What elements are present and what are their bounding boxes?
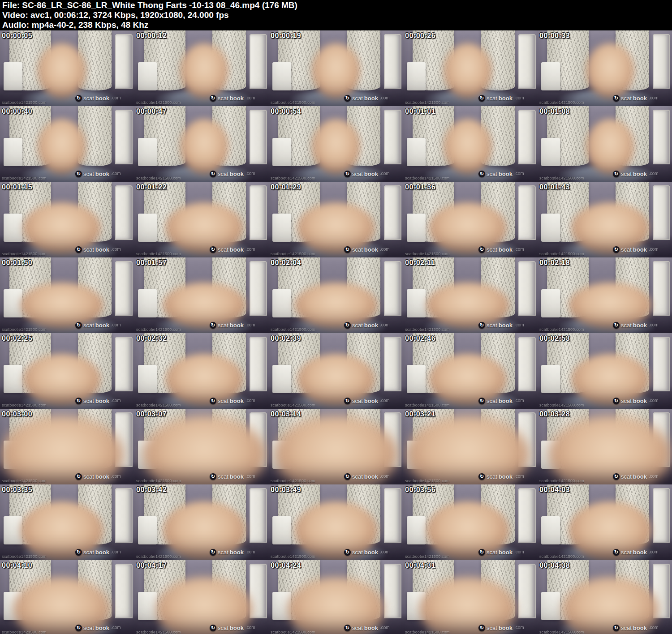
scatbook-logo-icon: ↻ bbox=[210, 95, 216, 102]
watermark-brand-prefix: scat bbox=[83, 549, 94, 555]
watermark-brand-prefix: scat bbox=[487, 549, 497, 555]
video-thumbnail: 00:04:17 scatbootie1421500.com ↻ scatboo… bbox=[134, 560, 269, 634]
video-thumbnail: 00:01:57 scatbootie1421500.com ↻ scatboo… bbox=[134, 257, 269, 333]
timestamp-overlay: 00:03:42 bbox=[136, 486, 167, 494]
video-thumbnail: 00:03:00 scatbootie1421500.com ↻ scatboo… bbox=[0, 409, 134, 484]
door-shape bbox=[250, 261, 267, 316]
video-thumbnail: 00:01:01 scatbootie1421500.com ↻ scatboo… bbox=[403, 106, 538, 182]
watermark-brand-suffix: .com bbox=[380, 398, 390, 403]
timestamp-overlay: 00:04:17 bbox=[136, 561, 167, 570]
scatbook-logo-icon: ↻ bbox=[75, 549, 82, 556]
scatbook-logo-icon: ↻ bbox=[478, 171, 485, 177]
corner-watermark: scatbootie1421500.com bbox=[539, 327, 584, 332]
watermark-brand-suffix: .com bbox=[111, 96, 121, 100]
scatbook-logo-icon: ↻ bbox=[613, 625, 620, 631]
timestamp-overlay: 00:00:26 bbox=[405, 32, 435, 40]
watermark-brand-suffix: .com bbox=[514, 550, 524, 554]
video-thumbnail: 00:00:54 scatbootie1421500.com ↻ scatboo… bbox=[269, 106, 403, 182]
video-thumbnail: 00:02:11 scatbootie1421500.com ↻ scatboo… bbox=[403, 257, 538, 333]
video-thumbnail: 00:04:31 scatbootie1421500.com ↻ scatboo… bbox=[403, 560, 538, 634]
video-thumbnail: 00:04:03 scatbootie1421500.com ↻ scatboo… bbox=[538, 484, 672, 560]
scatbook-watermark: ↻ scatbook.com bbox=[478, 322, 524, 329]
door-shape bbox=[653, 261, 670, 316]
scatbook-watermark: ↻ scatbook.com bbox=[210, 246, 255, 253]
corner-watermark: scatbootie1421500.com bbox=[539, 100, 584, 105]
watermark-brand-suffix: .com bbox=[649, 96, 659, 100]
appliance-shape bbox=[272, 214, 291, 242]
timestamp-overlay: 00:00:19 bbox=[271, 32, 301, 40]
video-thumbnail: 00:03:14 scatbootie1421500.com ↻ scatboo… bbox=[269, 409, 403, 484]
watermark-brand-prefix: scat bbox=[352, 95, 363, 101]
appliance-shape bbox=[407, 516, 426, 544]
watermark-brand-bold: book bbox=[499, 322, 513, 328]
scatbook-watermark: ↻ scatbook.com bbox=[75, 549, 121, 556]
watermark-brand-suffix: .com bbox=[380, 474, 390, 479]
video-thumbnail: 00:00:47 scatbootie1421500.com ↻ scatboo… bbox=[134, 106, 269, 182]
scatbook-watermark: ↻ scatbook.com bbox=[613, 171, 659, 177]
door-shape bbox=[115, 337, 133, 391]
scatbook-logo-icon: ↻ bbox=[210, 171, 216, 177]
corner-watermark: scatbootie1421500.com bbox=[2, 176, 47, 180]
watermark-brand-bold: book bbox=[499, 474, 513, 480]
appliance-shape bbox=[4, 365, 22, 393]
door-shape bbox=[384, 261, 401, 316]
watermark-brand-bold: book bbox=[633, 549, 647, 555]
watermark-brand-bold: book bbox=[230, 171, 244, 177]
video-thumbnail: 00:03:07 scatbootie1421500.com ↻ scatboo… bbox=[134, 409, 269, 484]
video-contact-sheet: { "header": { "file_line": "File: SC-86_… bbox=[0, 0, 672, 634]
timestamp-overlay: 00:04:03 bbox=[539, 486, 570, 494]
scatbook-watermark: ↻ scatbook.com bbox=[613, 625, 659, 631]
timestamp-overlay: 00:03:00 bbox=[2, 410, 32, 418]
corner-watermark: scatbootie1421500.com bbox=[271, 252, 315, 256]
door-shape bbox=[653, 110, 670, 164]
video-thumbnail: 00:00:19 scatbootie1421500.com ↻ scatboo… bbox=[269, 30, 403, 106]
scatbook-watermark: ↻ scatbook.com bbox=[75, 322, 121, 329]
file-info-header: File: SC-86_LR_SC-86_LR_White Thong Fart… bbox=[0, 0, 672, 30]
watermark-brand-suffix: .com bbox=[514, 171, 524, 176]
timestamp-overlay: 00:02:04 bbox=[271, 259, 301, 267]
watermark-brand-bold: book bbox=[499, 398, 513, 404]
watermark-brand-bold: book bbox=[230, 247, 244, 253]
video-info-line: Video: avc1, 00:06:12, 3724 Kbps, 1920x1… bbox=[2, 10, 670, 20]
watermark-brand-prefix: scat bbox=[621, 322, 632, 328]
timestamp-overlay: 00:01:22 bbox=[136, 183, 167, 191]
door-shape bbox=[115, 488, 133, 543]
appliance-shape bbox=[272, 289, 291, 317]
appliance-shape bbox=[541, 214, 560, 242]
door-shape bbox=[518, 337, 536, 391]
watermark-brand-suffix: .com bbox=[514, 625, 524, 630]
watermark-brand-suffix: .com bbox=[246, 247, 255, 252]
scatbook-logo-icon: ↻ bbox=[210, 473, 216, 480]
watermark-brand-suffix: .com bbox=[246, 398, 255, 403]
corner-watermark: scatbootie1421500.com bbox=[271, 403, 315, 407]
appliance-shape bbox=[138, 592, 157, 620]
corner-watermark: scatbootie1421500.com bbox=[2, 554, 47, 559]
watermark-brand-bold: book bbox=[633, 625, 647, 631]
door-shape bbox=[653, 185, 670, 240]
corner-watermark: scatbootie1421500.com bbox=[405, 630, 450, 634]
watermark-brand-bold: book bbox=[633, 474, 647, 480]
appliance-shape bbox=[4, 138, 22, 166]
file-info-line: File: SC-86_LR_SC-86_LR_White Thong Fart… bbox=[2, 0, 670, 10]
door-shape bbox=[250, 488, 267, 543]
thumbnail-placeholder bbox=[269, 560, 403, 634]
watermark-brand-suffix: .com bbox=[111, 247, 121, 252]
watermark-brand-bold: book bbox=[633, 171, 647, 177]
appliance-shape bbox=[4, 62, 22, 90]
appliance-shape bbox=[4, 516, 22, 544]
scatbook-watermark: ↻ scatbook.com bbox=[478, 95, 524, 102]
video-thumbnail: 00:03:42 scatbootie1421500.com ↻ scatboo… bbox=[134, 484, 269, 560]
timestamp-overlay: 00:02:39 bbox=[271, 334, 301, 343]
door-shape bbox=[250, 34, 267, 89]
scatbook-watermark: ↻ scatbook.com bbox=[210, 398, 255, 404]
door-shape bbox=[653, 34, 670, 89]
watermark-brand-prefix: scat bbox=[83, 398, 94, 404]
watermark-brand-bold: book bbox=[230, 625, 244, 631]
corner-watermark: scatbootie1421500.com bbox=[405, 327, 450, 332]
scatbook-watermark: ↻ scatbook.com bbox=[210, 625, 255, 631]
corner-watermark: scatbootie1421500.com bbox=[539, 630, 584, 634]
scatbook-watermark: ↻ scatbook.com bbox=[478, 473, 524, 480]
watermark-brand-prefix: scat bbox=[487, 247, 497, 253]
watermark-brand-bold: book bbox=[230, 95, 244, 101]
corner-watermark: scatbootie1421500.com bbox=[271, 100, 315, 105]
